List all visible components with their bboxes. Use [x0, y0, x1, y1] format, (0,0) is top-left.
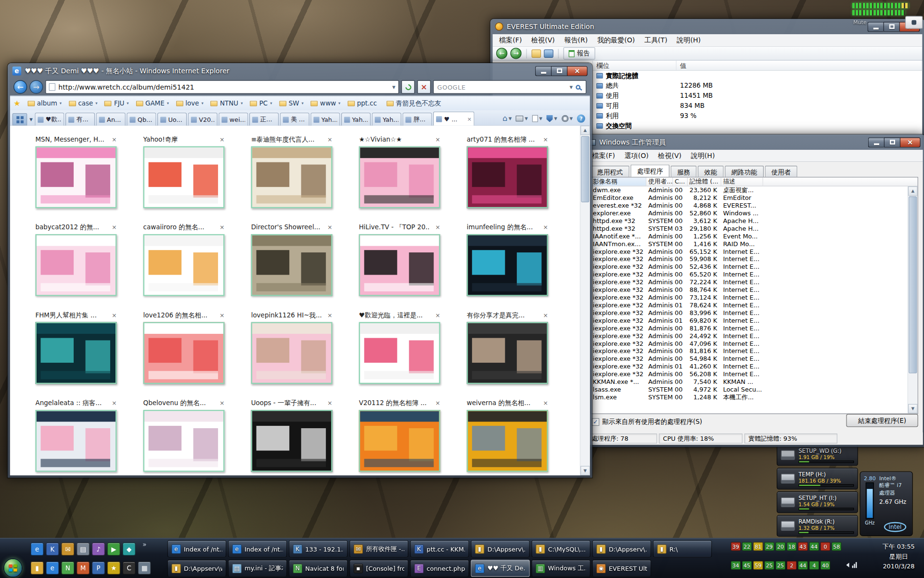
tray-monitor-badge[interactable]: 25 [775, 561, 785, 569]
column-header[interactable]: C... [673, 178, 688, 186]
process-row[interactable]: iexplore.exe *32 Adminis... 00 52,436 K … [591, 263, 908, 271]
address-dropdown-arrow[interactable]: ▼ [392, 85, 396, 90]
favorites-bar-item[interactable]: love ▾ [172, 98, 207, 108]
browser-tab[interactable]: 有... × [65, 113, 95, 126]
page-thumbnail[interactable] [143, 146, 225, 209]
page-thumbnail[interactable] [251, 322, 333, 384]
drive-meter-gadget[interactable]: SETUP_HT (I:) 1.54 GB / 19% [777, 491, 858, 513]
cpu-gadget[interactable]: 2.80 GHz Intel® 酷睿™ i7 處理器 2.67 GHz inte… [860, 471, 913, 536]
quick-launch-icon[interactable]: ▮ [31, 562, 44, 575]
process-row[interactable]: iexplore.exe *32 Adminis... 00 65,152 K … [591, 248, 908, 255]
page-thumbnail[interactable] [251, 410, 333, 472]
taskbar-window-button[interactable]: E connect.php - ... [410, 560, 469, 577]
process-row[interactable]: lsm.exe SYSTEM 00 1,248 K 本機工作... [591, 394, 908, 401]
tab[interactable]: 處理程序 [630, 165, 669, 178]
quick-launch-icon[interactable]: ▤ [77, 543, 90, 556]
quick-launch-overflow[interactable]: » [141, 541, 148, 549]
favorites-bar-item[interactable]: www ▾ [307, 98, 344, 108]
process-row[interactable]: lsass.exe SYSTEM 00 4,972 K Local Secu..… [591, 386, 908, 394]
process-row[interactable]: iexplore.exe *32 Adminis... 00 81,876 K … [591, 324, 908, 332]
favorites-dropdown-arrow[interactable]: ▾ [338, 101, 340, 105]
quick-launch-icon[interactable]: e [46, 562, 59, 575]
column-header-value[interactable]: 值 [677, 61, 923, 70]
page-thumbnail[interactable] [467, 322, 548, 384]
process-row[interactable]: everest.exe *32 Adminis... 00 4,868 K EV… [591, 202, 908, 210]
tab-list-arrow[interactable]: ▼ [28, 118, 34, 126]
tray-monitor-badge[interactable]: 39 [731, 542, 741, 551]
browser-tab[interactable]: 正... × [249, 113, 279, 126]
menu-item[interactable]: 說明(H) [673, 35, 705, 46]
start-button[interactable] [3, 559, 22, 578]
print-button[interactable]: ▼ [516, 116, 528, 121]
browser-tab[interactable]: 胖... × [403, 113, 432, 126]
column-header-field[interactable]: 欄位 [593, 61, 677, 70]
computer-icon[interactable] [544, 49, 553, 57]
tab[interactable]: 效能 [698, 166, 724, 177]
quick-tab-close-icon[interactable]: × [543, 312, 548, 318]
tray-monitor-badge[interactable]: 44 [809, 542, 819, 551]
menu-item[interactable]: 選項(O) [620, 150, 653, 161]
process-row[interactable]: IAANTmon.ex... SYSTEM 00 1,416 K RAID Mo… [591, 240, 908, 248]
quick-tab-close-icon[interactable]: × [219, 224, 224, 230]
tray-monitor-badge[interactable]: 40 [821, 561, 831, 569]
process-row[interactable]: dwm.exe Adminis... 00 23,360 K 桌面視窗... [591, 186, 908, 194]
browser-tab[interactable]: Yah... × [372, 113, 401, 126]
end-process-button[interactable]: 結束處理程序(E) [846, 414, 918, 427]
favorites-dropdown-arrow[interactable]: ▾ [201, 101, 203, 105]
tab[interactable]: 網路功能 [725, 166, 764, 177]
taskbar-window-button[interactable]: e Index of /nt... [167, 540, 226, 558]
quick-tab-title[interactable]: ≡泰迪熊年度代言人... [251, 135, 315, 144]
quick-tab-title[interactable]: V20112 的無名相簿 ... [359, 398, 427, 407]
quick-tab-title[interactable]: babycat2012 的無... [35, 223, 99, 231]
quick-launch-icon[interactable]: P [92, 562, 105, 575]
process-row[interactable]: iexplore.exe *32 Adminis... 01 41,260 K … [591, 363, 908, 370]
page-thumbnail[interactable] [359, 410, 440, 472]
page-thumbnail[interactable] [251, 146, 333, 209]
tray-monitor-badge[interactable]: 81 [753, 542, 763, 551]
quick-tab-close-icon[interactable]: × [327, 312, 332, 318]
table-row[interactable]: 總共 12286 MB [593, 81, 922, 91]
tray-monitor-badge[interactable]: 29 [764, 542, 774, 551]
tools-button[interactable]: ▼ [561, 115, 573, 122]
favorites-dropdown-arrow[interactable]: ▾ [302, 101, 304, 105]
tray-monitor-badge[interactable]: 59 [753, 561, 763, 569]
table-row[interactable]: 利用 93 % [593, 111, 922, 121]
quick-launch-icon[interactable]: e [31, 543, 44, 556]
process-row[interactable]: iexplore.exe *32 Adminis... 00 24,492 K … [591, 332, 908, 340]
quick-tab-close-icon[interactable]: × [327, 224, 332, 230]
minimize-button[interactable] [868, 137, 884, 147]
tray-monitor-badge[interactable]: 4 [809, 561, 819, 569]
table-row[interactable]: 實際記憶體 [593, 71, 922, 81]
browser-tab[interactable]: Yah... × [341, 113, 371, 126]
report-button[interactable]: 報告 [564, 47, 595, 60]
back-button[interactable]: ← [496, 48, 507, 59]
quick-tab-close-icon[interactable]: × [543, 400, 548, 406]
taskbar-window-button[interactable]: ▮ C:\MySQL\... [531, 540, 590, 558]
page-thumbnail[interactable] [359, 322, 440, 384]
quick-tab-title[interactable]: Yahoo!奇摩 [143, 135, 178, 144]
taskbar-window-button[interactable]: e ♥♥ 千又 De... [471, 560, 529, 577]
menu-item[interactable]: 報告(R) [560, 35, 592, 46]
quick-tab-close-icon[interactable]: × [435, 400, 440, 406]
favorites-dropdown-arrow[interactable]: ▾ [167, 101, 169, 105]
folder-icon[interactable] [531, 49, 541, 57]
taskbar-window-button[interactable]: ▤ my.ini - 記事本 [228, 560, 287, 577]
drive-meter-gadget[interactable]: TEMP (H:) 181.16 GB / 39% [777, 468, 858, 489]
tab[interactable]: 應用程式 [590, 166, 629, 177]
tray-monitor-badge[interactable]: 0 [821, 542, 831, 551]
menu-item[interactable]: 檢視(V) [527, 35, 559, 46]
tab[interactable]: 使用者 [765, 166, 797, 177]
tray-monitor-badge[interactable]: 18 [787, 542, 797, 551]
page-thumbnail[interactable] [143, 410, 225, 472]
search-dropdown-arrow[interactable]: ▼ [570, 85, 573, 90]
favorites-bar-item[interactable]: album ▾ [24, 98, 65, 108]
help-button[interactable]: ? [577, 115, 585, 123]
browser-tab[interactable]: 美 ... × [280, 113, 309, 126]
home-button[interactable]: ⌂▼ [502, 115, 512, 122]
quick-tab-title[interactable]: love1206 的無名相... [143, 311, 208, 319]
quick-launch-icon[interactable]: C [123, 562, 136, 575]
quick-tab-close-icon[interactable]: × [112, 400, 116, 406]
taskbar-window-button[interactable]: ▮ R:\ [653, 540, 712, 558]
menu-item[interactable]: 我的最愛(O) [593, 35, 639, 46]
process-row[interactable]: iexplore.exe *32 Adminis... 01 69,820 K … [591, 317, 908, 325]
